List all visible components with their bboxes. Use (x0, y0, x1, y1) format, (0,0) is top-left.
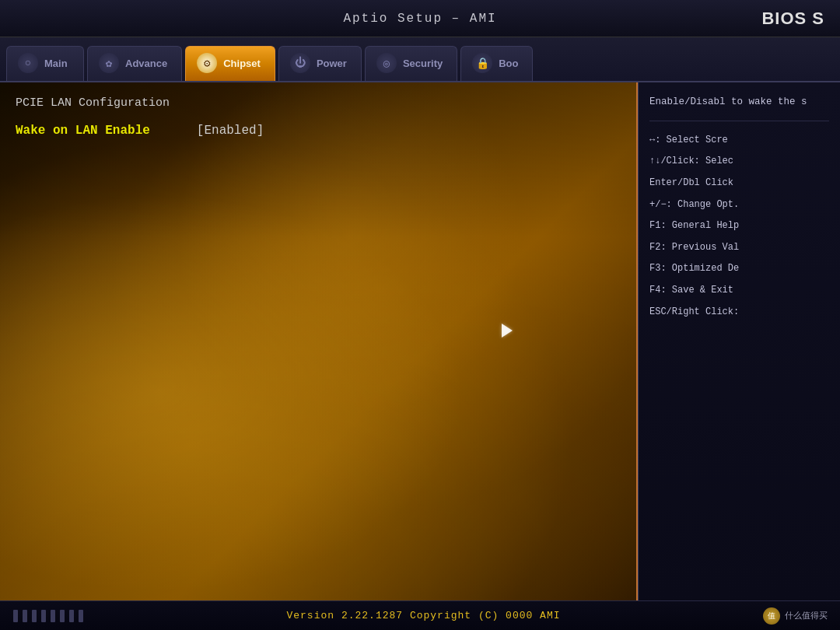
watermark-area: 值 什么值得买 (763, 607, 828, 625)
tab-chipset-label: Chipset (223, 58, 261, 69)
tab-boot-label: Boo (499, 58, 518, 69)
tab-advance-label: Advance (125, 58, 167, 69)
status-bar: Version 2.22.1287 Copyright (C) 0000 AMI… (0, 600, 840, 630)
tab-security[interactable]: ◎ Security (365, 46, 457, 81)
main-icon: ○ (18, 53, 38, 73)
version-text: Version 2.22.1287 Copyright (C) 0000 AMI (286, 610, 560, 621)
mouse-cursor (502, 324, 513, 338)
security-icon: ◎ (376, 53, 397, 73)
wake-lan-value: [Enabled] (197, 124, 264, 138)
main-area: PCIE LAN Configuration Wake on LAN Enabl… (0, 82, 840, 600)
tab-power-label: Power (317, 58, 347, 69)
tab-power[interactable]: ⏻ Power (278, 46, 362, 81)
section-title: PCIE LAN Configuration (0, 82, 636, 119)
tab-main[interactable]: ○ Main (6, 46, 84, 81)
help-key-esc: ESC/Right Click: (649, 304, 829, 321)
boot-icon: 🔒 (472, 53, 492, 73)
watermark-icon: 值 (763, 607, 780, 625)
content-panel: PCIE LAN Configuration Wake on LAN Enabl… (0, 82, 638, 600)
bios-background (0, 82, 636, 600)
top-bar: Aptio Setup – AMI BIOS S (0, 0, 840, 37)
help-key-select-screen: ↔: Select Scre (649, 132, 829, 149)
tab-boot[interactable]: 🔒 Boo (460, 46, 533, 81)
status-left-dashes (12, 610, 84, 622)
help-key-f4: F4: Save & Exit (649, 282, 829, 299)
chipset-icon: ⚙ (197, 53, 217, 73)
nav-bar: ○ Main ✿ Advance ⚙ Chipset ⏻ Power ◎ Sec… (0, 37, 840, 82)
help-divider (649, 121, 829, 121)
config-row-wake-lan[interactable]: Wake on LAN Enable [Enabled] (0, 119, 636, 142)
power-icon: ⏻ (290, 53, 310, 73)
tab-advance[interactable]: ✿ Advance (87, 46, 182, 81)
watermark-label: 什么值得买 (785, 610, 828, 621)
help-key-change: +/−: Change Opt. (649, 197, 829, 214)
help-key-f3: F3: Optimized De (649, 261, 829, 278)
help-key-enter: Enter/Dbl Click (649, 175, 829, 192)
title: Aptio Setup – AMI (343, 12, 496, 26)
bios-label: BIOS S (761, 9, 824, 29)
tab-main-label: Main (44, 58, 68, 69)
advance-icon: ✿ (99, 53, 119, 73)
tab-chipset[interactable]: ⚙ Chipset (185, 46, 275, 81)
help-key-f2: F2: Previous Val (649, 240, 829, 257)
tab-security-label: Security (403, 58, 443, 69)
help-key-select-item: ↑↓/Click: Selec (649, 153, 829, 170)
help-description: Enable/Disabl to wake the s (649, 95, 829, 110)
help-panel: Enable/Disabl to wake the s ↔: Select Sc… (638, 82, 840, 600)
wake-lan-label: Wake on LAN Enable (16, 124, 150, 138)
help-key-f1: F1: General Help (649, 218, 829, 235)
